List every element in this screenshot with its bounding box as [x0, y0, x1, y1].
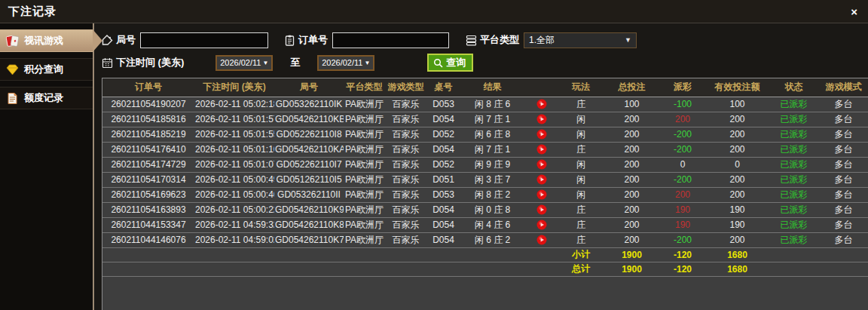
replay-icon[interactable]: [536, 114, 547, 124]
play-cell: 闲: [558, 112, 604, 127]
order-number-input[interactable]: [332, 32, 449, 48]
valid_bet-cell: 190: [705, 217, 769, 232]
sidebar-item-points-query[interactable]: 积分查询: [0, 58, 93, 81]
payout-cell: 200: [660, 187, 705, 202]
order_id-cell: 260211054174729: [102, 157, 194, 172]
replay-icon[interactable]: [536, 99, 547, 109]
table_no-cell: D052: [426, 157, 460, 172]
platform-cell: PA欧洲厅: [344, 232, 385, 247]
play-cell: 闲: [558, 127, 604, 142]
replay-icon[interactable]: [536, 235, 547, 245]
table_no-cell: D054: [426, 112, 460, 127]
valid_bet-cell: 190: [705, 202, 769, 217]
payout-cell: -200: [660, 127, 705, 142]
platform-cell: PA欧洲厅: [344, 187, 385, 202]
diamond-icon: [6, 63, 19, 76]
filter-row-2: 下注时间 (美东) 2026/02/11 ▼ 至 2026/02/11 ▼: [102, 53, 868, 72]
subtotal-status-cell: [769, 247, 818, 262]
chevron-down-icon: ▼: [364, 60, 370, 66]
replay-icon[interactable]: [536, 144, 547, 155]
table_no-cell: D054: [426, 202, 460, 217]
total-valid_bet-cell: 1680: [705, 262, 769, 276]
replay-cell: [524, 217, 558, 232]
order_id-cell: 260211054176410: [102, 142, 194, 157]
game_mode-cell: 多台: [818, 232, 868, 247]
valid_bet-cell: 200: [705, 232, 769, 247]
sidebar-item-label: 视讯游戏: [24, 34, 63, 48]
subtotal-result-cell: [460, 247, 524, 262]
result-cell: 闲 6 庄 8: [460, 127, 524, 142]
game_type-cell: 百家乐: [385, 112, 426, 127]
result-cell: 闲 8 庄 2: [460, 187, 524, 202]
total-platform-cell: [344, 262, 385, 276]
play-cell: 闲: [558, 187, 604, 202]
replay-icon[interactable]: [536, 189, 547, 200]
game_mode-cell: 多台: [818, 217, 868, 232]
replay-icon[interactable]: [536, 174, 547, 185]
sidebar-item-video-games[interactable]: ♦ 视讯游戏: [0, 29, 93, 52]
total-game_mode-cell: [818, 262, 868, 276]
sidebar-item-credit-records[interactable]: 额度记录: [0, 87, 93, 109]
main-panel: 局号 订单号 平台类型 1.全部 ▼: [94, 23, 868, 310]
platform-cell: PA欧洲厅: [344, 112, 385, 127]
column-header-bet_time: 下注时间 (美东): [194, 78, 274, 97]
result-cell: 闲 7 庄 1: [460, 142, 524, 157]
round_id-cell: GD054262110KA: [274, 142, 344, 157]
result-cell: 闲 0 庄 8: [460, 202, 524, 217]
game_mode-cell: 多台: [818, 142, 868, 157]
table_no-cell: D054: [426, 217, 460, 232]
replay-cell: [524, 112, 558, 127]
platform-select[interactable]: 1.全部 ▼: [524, 32, 637, 48]
round_id-cell: GD052262110I7: [274, 157, 344, 172]
game_type-cell: 百家乐: [385, 157, 426, 172]
order_id-cell: 260211054185219: [102, 127, 194, 142]
platform-select-value: 1.全部: [529, 34, 555, 47]
page-title: 下注记录: [8, 5, 57, 19]
platform-cell: PA欧洲厅: [344, 97, 385, 112]
status-cell: 已派彩: [769, 187, 818, 202]
order_id-cell: 260211054190207: [102, 97, 194, 112]
platform-cell: PA欧洲厅: [344, 142, 385, 157]
replay-icon[interactable]: [536, 219, 547, 230]
game_mode-cell: 多台: [818, 157, 868, 172]
game_mode-cell: 多台: [818, 112, 868, 127]
table-row: 2602110541703142026-02-11 05:00:49GD0512…: [102, 172, 868, 187]
replay-icon[interactable]: [536, 129, 547, 140]
replay-cell: [524, 157, 558, 172]
column-header-play: 玩法: [558, 78, 604, 97]
column-header-total_bet: 总投注: [604, 78, 660, 97]
replay-cell: [524, 97, 558, 112]
sidebar: ♦ 视讯游戏 积分查询 额度记录: [0, 23, 94, 310]
replay-icon[interactable]: [536, 159, 547, 170]
table_no-cell: D054: [426, 232, 460, 247]
date-from-value: 2026/02/11: [220, 58, 261, 67]
payout-cell: 0: [660, 157, 705, 172]
search-button[interactable]: 查询: [427, 54, 473, 72]
order_id-cell: 260211054169623: [102, 187, 194, 202]
date-from-picker[interactable]: 2026/02/11 ▼: [215, 55, 273, 71]
play-cell: 庄: [558, 217, 604, 232]
table_no-cell: D053: [426, 97, 460, 112]
subtotal-game_type-cell: [385, 247, 426, 262]
replay-icon[interactable]: [536, 204, 547, 215]
subtotal-table_no-cell: [426, 247, 460, 262]
close-icon[interactable]: ×: [851, 6, 857, 17]
bet_time-cell: 2026-02-11 05:00:46: [194, 187, 274, 202]
total-payout-cell: -120: [660, 262, 705, 276]
column-header-valid_bet: 有效投注额: [705, 78, 769, 97]
total-bet_time-cell: [194, 262, 274, 276]
bet_time-cell: 2026-02-11 05:01:55: [194, 127, 274, 142]
game_mode-cell: 多台: [818, 127, 868, 142]
date-to-picker[interactable]: 2026/02/11 ▼: [317, 55, 374, 71]
game_type-cell: 百家乐: [385, 142, 426, 157]
column-header-game_type: 游戏类型: [385, 78, 426, 97]
subtotal-round_id-cell: [274, 247, 344, 262]
bet_time-cell: 2026-02-11 05:00:49: [194, 172, 274, 187]
subtotal-total_bet-cell: 1900: [604, 247, 660, 262]
table_no-cell: D053: [426, 187, 460, 202]
total-round_id-cell: [274, 262, 344, 276]
round-number-input[interactable]: [140, 32, 268, 48]
order-number-label: 订单号: [298, 33, 328, 47]
platform-type-label: 平台类型: [480, 33, 519, 47]
payout-cell: -200: [660, 172, 705, 187]
